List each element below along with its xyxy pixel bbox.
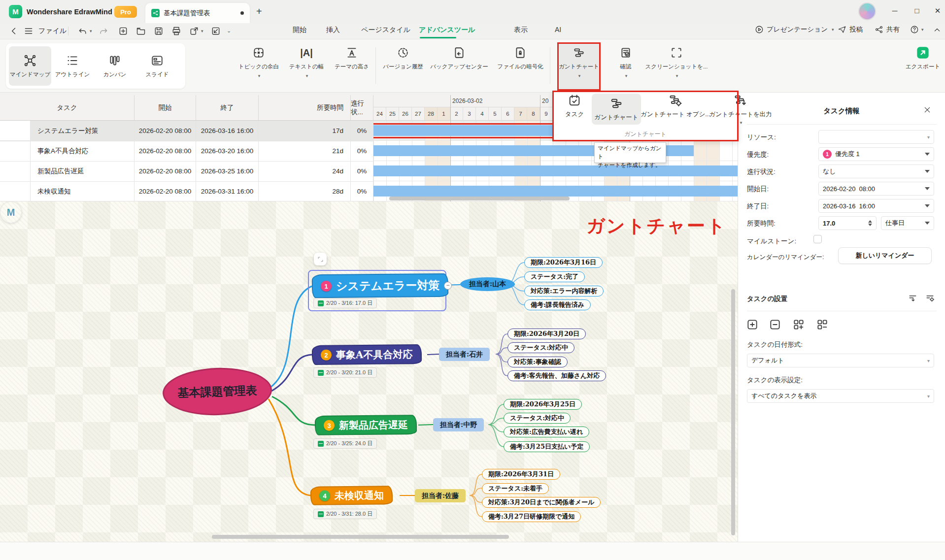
detail-pill[interactable]: 期限:2026年3月20日 xyxy=(507,329,586,339)
canvas-horizontal-scrollbar[interactable] xyxy=(212,535,509,539)
tab-ai[interactable]: AI xyxy=(555,26,561,33)
help-button[interactable]: ▾ xyxy=(910,25,924,34)
tool-topic-margin[interactable]: トピックの余白▾ xyxy=(232,45,286,78)
floating-expand-button[interactable] xyxy=(314,253,327,265)
dropdown-item-gantt-options[interactable]: ガントチャート オプシ... xyxy=(644,94,707,119)
close-panel-icon[interactable] xyxy=(923,106,931,114)
file-menu[interactable]: ファイル xyxy=(38,27,67,35)
resource-select[interactable]: ▾ xyxy=(818,130,934,144)
priority-select[interactable]: 1 優先度 1 xyxy=(818,147,934,161)
open-folder-icon[interactable] xyxy=(136,26,146,36)
owner-node-3[interactable]: 担当者:中野 xyxy=(433,418,484,431)
tab-kaishi[interactable]: 開始 xyxy=(293,26,306,34)
save-icon[interactable] xyxy=(154,26,164,36)
dropdown-item-gantt-export[interactable]: ガントチャートを出力 ▾ xyxy=(708,94,773,125)
share-dropdown-icon[interactable]: ▾ xyxy=(201,29,203,33)
gantt-horizontal-scrollbar[interactable] xyxy=(389,197,570,200)
task-display-select[interactable]: すべてのタスクを表示▾ xyxy=(747,389,934,403)
collapse-branch-icon[interactable]: − xyxy=(444,282,452,290)
owner-node-2[interactable]: 担当者:石井 xyxy=(439,348,490,361)
remove-task-button[interactable] xyxy=(768,317,782,332)
detail-pill[interactable]: ステータス:完了 xyxy=(524,271,585,282)
post-button[interactable]: 投稿 xyxy=(838,25,863,34)
hamburger-menu-icon[interactable] xyxy=(24,26,34,36)
tool-gantt-chart[interactable]: ガントチャート▾ xyxy=(552,45,606,78)
minimize-button[interactable]: ─ xyxy=(890,6,900,15)
task-filter-settings-icon[interactable] xyxy=(925,294,935,303)
tab-sonyu[interactable]: 挿入 xyxy=(326,26,340,34)
detail-pill[interactable]: 備考:3月27日研修期限で通知 xyxy=(482,511,581,522)
tool-version-history[interactable]: バージョン履歴 xyxy=(376,45,430,70)
tool-confirm[interactable]: 確認▾ xyxy=(599,45,653,78)
tab-pagestyle[interactable]: ページスタイル xyxy=(361,26,410,34)
print-icon[interactable] xyxy=(171,26,181,36)
tab-advanced-tools[interactable]: アドバンスツール xyxy=(419,26,475,34)
dropdown-item-gantt[interactable]: ガントチャート xyxy=(592,94,641,125)
col-header-duration[interactable]: 所要時間 xyxy=(259,95,351,121)
col-header-task[interactable]: タスク xyxy=(0,95,135,121)
presentation-button[interactable]: プレゼンテーション▾ xyxy=(755,25,834,34)
detail-pill[interactable]: ステータス:対応中 xyxy=(504,413,571,424)
tool-export[interactable]: エクスポート xyxy=(896,45,945,70)
topic-3[interactable]: 3 新製品広告遅延 xyxy=(315,415,417,435)
topic-2[interactable]: 2 事象A不具合対応 xyxy=(312,344,422,365)
tool-file-encryption[interactable]: ファイルの暗号化 xyxy=(493,45,547,70)
owner-node-1[interactable]: 担当者:山本 xyxy=(460,277,515,291)
undo-dropdown-icon[interactable]: ▾ xyxy=(90,29,92,33)
back-icon[interactable] xyxy=(9,26,19,36)
view-outline-button[interactable]: アウトライン xyxy=(51,46,94,86)
maximize-button[interactable]: □ xyxy=(912,6,922,15)
detail-pill[interactable]: 期限:2026年3月31日 xyxy=(482,469,560,480)
detail-pill[interactable]: ステータス:未着手 xyxy=(482,483,549,494)
topic-4[interactable]: 4 未検収通知 xyxy=(310,486,393,505)
detail-pill[interactable]: 期限:2026年3月25日 xyxy=(504,399,582,410)
share-button[interactable]: 共有 xyxy=(875,25,900,34)
task-date-badge-2[interactable]: 2/20 - 3/20: 21.0 日 xyxy=(313,367,377,378)
close-button[interactable]: ✕ xyxy=(933,6,943,15)
start-date-picker[interactable]: 2026-02-2008:00 xyxy=(818,182,934,196)
detail-pill[interactable]: 対応策:3月20日までに関係者メール xyxy=(482,497,601,508)
view-mindmap-button[interactable]: マインドマップ xyxy=(9,46,51,86)
dropdown-item-task[interactable]: タスク xyxy=(559,94,590,119)
view-slide-button[interactable]: スライド xyxy=(136,46,178,86)
tool-backup-center[interactable]: バックアップセンター xyxy=(432,45,486,70)
detail-pill[interactable]: 備考:課長報告済み xyxy=(524,299,591,310)
user-avatar[interactable] xyxy=(858,2,876,20)
detail-pill[interactable]: 対応策:事象確認 xyxy=(507,357,568,367)
gantt-bar-4[interactable] xyxy=(373,186,738,197)
task-date-badge-3[interactable]: 2/20 - 3/25: 24.0 日 xyxy=(313,438,377,449)
sort-tasks-icon[interactable] xyxy=(908,294,917,303)
detail-pill[interactable]: 備考:客先報告、加藤さん対応 xyxy=(507,370,606,381)
share-file-icon[interactable] xyxy=(189,26,199,36)
add-subtask-button[interactable] xyxy=(791,317,806,332)
import-icon[interactable] xyxy=(211,26,221,36)
undo-icon[interactable] xyxy=(78,26,88,36)
canvas-vertical-scrollbar[interactable] xyxy=(731,289,735,535)
new-reminder-button[interactable]: 新しいリマインダー xyxy=(838,247,932,264)
new-file-icon[interactable] xyxy=(118,26,128,36)
tool-screenshot[interactable]: スクリーンショットを...▾ xyxy=(649,45,704,78)
col-header-start[interactable]: 開始 xyxy=(135,95,196,121)
duration-unit-select[interactable]: 仕事日 xyxy=(881,216,934,230)
view-kanban-button[interactable]: カンバン xyxy=(94,46,136,86)
duration-input[interactable]: 17.0 xyxy=(818,216,877,230)
mindmap-canvas[interactable]: 基本課題管理表 1 システムエラー対策 2/20 - 3/16: 17.0 日 … xyxy=(0,201,738,542)
collapse-ribbon-icon[interactable] xyxy=(933,26,941,34)
end-date-picker[interactable]: 2026-03-1616:00 xyxy=(818,199,934,213)
duration-stepper[interactable] xyxy=(868,220,872,226)
gantt-bar-3[interactable] xyxy=(373,165,738,176)
detail-pill[interactable]: 備考:3月25日支払い予定 xyxy=(504,441,590,452)
owner-node-4[interactable]: 担当者:佐藤 xyxy=(415,489,466,502)
new-tab-button[interactable]: + xyxy=(256,6,262,17)
tool-theme-height[interactable]: テーマの高さ xyxy=(325,45,379,70)
date-format-select[interactable]: デフォルト▾ xyxy=(747,354,934,367)
detail-pill[interactable]: 対応策:広告費支払い遅れ xyxy=(504,427,589,437)
detail-pill[interactable]: ステータス:対応中 xyxy=(507,342,574,353)
detail-pill[interactable]: 期限:2026年3月16日 xyxy=(524,257,603,268)
add-task-button[interactable] xyxy=(745,317,760,332)
remove-subtask-button[interactable] xyxy=(815,317,830,332)
task-date-badge-1[interactable]: 2/20 - 3/16: 17.0 日 xyxy=(313,298,377,308)
tab-hyoji[interactable]: 表示 xyxy=(514,26,528,34)
redo-icon[interactable] xyxy=(99,26,108,36)
document-tab[interactable]: 基本課題管理表 xyxy=(145,3,250,23)
